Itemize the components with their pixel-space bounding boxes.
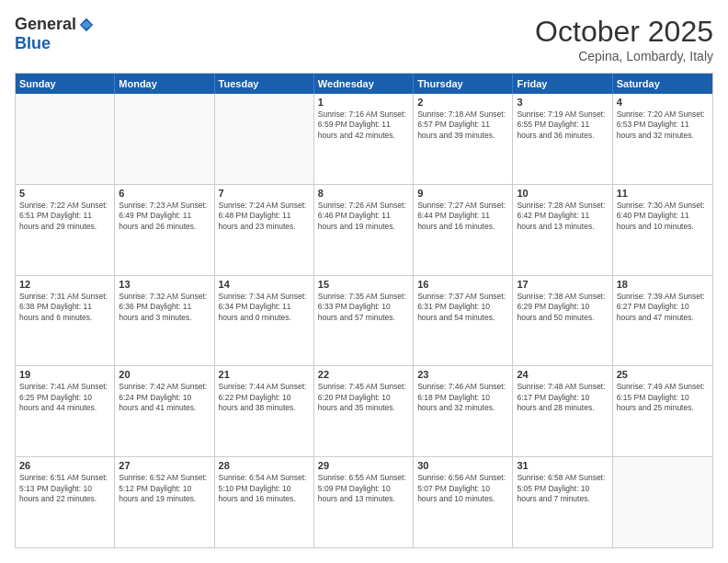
calendar-cell-2-1: 13Sunrise: 7:32 AM Sunset: 6:36 PM Dayli… [115, 276, 214, 366]
month-title: October 2025 [535, 15, 713, 49]
calendar-cell-4-4: 30Sunrise: 6:56 AM Sunset: 5:07 PM Dayli… [414, 457, 513, 547]
day-info-19: Sunrise: 7:41 AM Sunset: 6:25 PM Dayligh… [19, 382, 110, 413]
day-number-18: 18 [617, 279, 709, 290]
calendar-cell-1-4: 9Sunrise: 7:27 AM Sunset: 6:44 PM Daylig… [414, 185, 513, 275]
calendar-cell-2-3: 15Sunrise: 7:35 AM Sunset: 6:33 PM Dayli… [314, 276, 414, 366]
calendar-cell-2-6: 18Sunrise: 7:39 AM Sunset: 6:27 PM Dayli… [613, 276, 712, 366]
header-sunday: Sunday [16, 74, 115, 94]
day-number-22: 22 [318, 369, 409, 380]
day-info-2: Sunrise: 7:18 AM Sunset: 6:57 PM Dayligh… [417, 109, 508, 141]
day-info-25: Sunrise: 7:49 AM Sunset: 6:15 PM Dayligh… [617, 382, 709, 413]
day-info-30: Sunrise: 6:56 AM Sunset: 5:07 PM Dayligh… [417, 473, 508, 504]
day-number-8: 8 [318, 188, 409, 199]
header-monday: Monday [115, 74, 214, 94]
logo: General Blue [15, 15, 95, 53]
day-number-10: 10 [517, 188, 608, 199]
day-number-26: 26 [19, 460, 110, 471]
day-number-30: 30 [417, 460, 508, 471]
day-info-4: Sunrise: 7:20 AM Sunset: 6:53 PM Dayligh… [617, 109, 709, 141]
logo-icon [78, 17, 95, 33]
calendar-cell-4-6 [613, 457, 712, 547]
logo-general: General [15, 15, 76, 34]
day-info-12: Sunrise: 7:31 AM Sunset: 6:38 PM Dayligh… [19, 292, 110, 323]
day-info-6: Sunrise: 7:23 AM Sunset: 6:49 PM Dayligh… [119, 201, 210, 232]
day-info-11: Sunrise: 7:30 AM Sunset: 6:40 PM Dayligh… [617, 201, 709, 232]
calendar-cell-4-1: 27Sunrise: 6:52 AM Sunset: 5:12 PM Dayli… [115, 457, 214, 547]
day-info-8: Sunrise: 7:26 AM Sunset: 6:46 PM Dayligh… [318, 201, 409, 232]
day-number-4: 4 [617, 97, 709, 108]
day-number-19: 19 [19, 369, 110, 380]
day-number-9: 9 [417, 188, 508, 199]
day-number-17: 17 [517, 279, 608, 290]
day-number-27: 27 [119, 460, 210, 471]
calendar-cell-0-2 [215, 94, 314, 184]
calendar-cell-2-2: 14Sunrise: 7:34 AM Sunset: 6:34 PM Dayli… [215, 276, 314, 366]
header-thursday: Thursday [414, 74, 513, 94]
calendar-cell-0-0 [16, 94, 115, 184]
header: General Blue October 2025 Cepina, Lombar… [15, 15, 713, 63]
calendar-row-0: 1Sunrise: 7:16 AM Sunset: 6:59 PM Daylig… [16, 94, 712, 184]
day-info-14: Sunrise: 7:34 AM Sunset: 6:34 PM Dayligh… [219, 292, 310, 323]
day-info-22: Sunrise: 7:45 AM Sunset: 6:20 PM Dayligh… [318, 382, 409, 413]
calendar-row-2: 12Sunrise: 7:31 AM Sunset: 6:38 PM Dayli… [16, 275, 712, 366]
calendar-row-4: 26Sunrise: 6:51 AM Sunset: 5:13 PM Dayli… [16, 456, 712, 547]
day-info-17: Sunrise: 7:38 AM Sunset: 6:29 PM Dayligh… [517, 292, 608, 323]
day-number-16: 16 [417, 279, 508, 290]
day-number-13: 13 [119, 279, 210, 290]
calendar-cell-2-5: 17Sunrise: 7:38 AM Sunset: 6:29 PM Dayli… [513, 276, 612, 366]
day-number-28: 28 [219, 460, 310, 471]
calendar-cell-4-2: 28Sunrise: 6:54 AM Sunset: 5:10 PM Dayli… [215, 457, 314, 547]
title-block: October 2025 Cepina, Lombardy, Italy [535, 15, 713, 63]
header-wednesday: Wednesday [314, 74, 414, 94]
calendar-row-1: 5Sunrise: 7:22 AM Sunset: 6:51 PM Daylig… [16, 184, 712, 275]
calendar-cell-1-1: 6Sunrise: 7:23 AM Sunset: 6:49 PM Daylig… [115, 185, 214, 275]
calendar-header: Sunday Monday Tuesday Wednesday Thursday… [16, 74, 712, 94]
calendar: Sunday Monday Tuesday Wednesday Thursday… [15, 73, 713, 548]
calendar-cell-1-0: 5Sunrise: 7:22 AM Sunset: 6:51 PM Daylig… [16, 185, 115, 275]
day-info-28: Sunrise: 6:54 AM Sunset: 5:10 PM Dayligh… [219, 473, 310, 504]
page: General Blue October 2025 Cepina, Lombar… [0, 0, 728, 563]
calendar-cell-2-4: 16Sunrise: 7:37 AM Sunset: 6:31 PM Dayli… [414, 276, 513, 366]
calendar-cell-3-0: 19Sunrise: 7:41 AM Sunset: 6:25 PM Dayli… [16, 366, 115, 456]
day-number-31: 31 [517, 460, 608, 471]
calendar-cell-3-6: 25Sunrise: 7:49 AM Sunset: 6:15 PM Dayli… [613, 366, 712, 456]
day-info-18: Sunrise: 7:39 AM Sunset: 6:27 PM Dayligh… [617, 292, 709, 323]
calendar-cell-0-6: 4Sunrise: 7:20 AM Sunset: 6:53 PM Daylig… [613, 94, 712, 184]
day-number-29: 29 [318, 460, 409, 471]
day-number-6: 6 [119, 188, 210, 199]
day-number-20: 20 [119, 369, 210, 380]
calendar-cell-3-2: 21Sunrise: 7:44 AM Sunset: 6:22 PM Dayli… [215, 366, 314, 456]
day-number-21: 21 [219, 369, 310, 380]
calendar-cell-4-5: 31Sunrise: 6:58 AM Sunset: 5:05 PM Dayli… [513, 457, 612, 547]
day-info-21: Sunrise: 7:44 AM Sunset: 6:22 PM Dayligh… [219, 382, 310, 413]
day-info-7: Sunrise: 7:24 AM Sunset: 6:48 PM Dayligh… [219, 201, 310, 232]
calendar-cell-0-5: 3Sunrise: 7:19 AM Sunset: 6:55 PM Daylig… [513, 94, 612, 184]
day-number-11: 11 [617, 188, 709, 199]
calendar-cell-3-3: 22Sunrise: 7:45 AM Sunset: 6:20 PM Dayli… [314, 366, 414, 456]
calendar-row-3: 19Sunrise: 7:41 AM Sunset: 6:25 PM Dayli… [16, 365, 712, 456]
calendar-body: 1Sunrise: 7:16 AM Sunset: 6:59 PM Daylig… [16, 94, 712, 547]
day-info-1: Sunrise: 7:16 AM Sunset: 6:59 PM Dayligh… [318, 109, 409, 141]
day-number-14: 14 [219, 279, 310, 290]
calendar-cell-4-3: 29Sunrise: 6:55 AM Sunset: 5:09 PM Dayli… [314, 457, 414, 547]
day-info-10: Sunrise: 7:28 AM Sunset: 6:42 PM Dayligh… [517, 201, 608, 232]
day-info-15: Sunrise: 7:35 AM Sunset: 6:33 PM Dayligh… [318, 292, 409, 323]
day-info-9: Sunrise: 7:27 AM Sunset: 6:44 PM Dayligh… [417, 201, 508, 232]
day-number-23: 23 [417, 369, 508, 380]
day-info-23: Sunrise: 7:46 AM Sunset: 6:18 PM Dayligh… [417, 382, 508, 413]
day-number-24: 24 [517, 369, 608, 380]
day-info-24: Sunrise: 7:48 AM Sunset: 6:17 PM Dayligh… [517, 382, 608, 413]
calendar-cell-4-0: 26Sunrise: 6:51 AM Sunset: 5:13 PM Dayli… [16, 457, 115, 547]
day-number-5: 5 [19, 188, 110, 199]
day-info-29: Sunrise: 6:55 AM Sunset: 5:09 PM Dayligh… [318, 473, 409, 504]
header-saturday: Saturday [613, 74, 712, 94]
logo-blue: Blue [15, 34, 51, 52]
location: Cepina, Lombardy, Italy [535, 49, 713, 63]
day-info-5: Sunrise: 7:22 AM Sunset: 6:51 PM Dayligh… [19, 201, 110, 232]
day-number-25: 25 [617, 369, 709, 380]
day-number-3: 3 [517, 97, 608, 108]
day-info-20: Sunrise: 7:42 AM Sunset: 6:24 PM Dayligh… [119, 382, 210, 413]
calendar-cell-1-6: 11Sunrise: 7:30 AM Sunset: 6:40 PM Dayli… [613, 185, 712, 275]
header-friday: Friday [513, 74, 612, 94]
header-tuesday: Tuesday [215, 74, 314, 94]
